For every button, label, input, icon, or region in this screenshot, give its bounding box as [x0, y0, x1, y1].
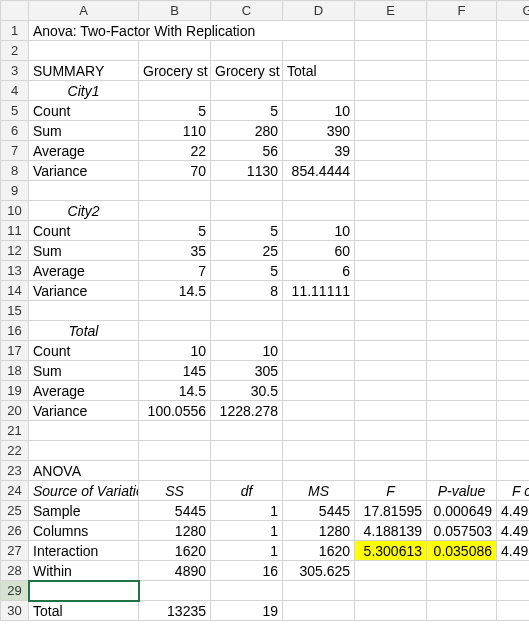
row-header-27[interactable]: 27	[1, 541, 29, 561]
cell-anova-interaction[interactable]: Interaction	[29, 541, 139, 561]
cell-city2-sum[interactable]: Sum	[29, 241, 139, 261]
col-header-g[interactable]: G	[497, 1, 530, 21]
cell-anova-hdr-ss[interactable]: SS	[139, 481, 211, 501]
cell-city1-avg[interactable]: Average	[29, 141, 139, 161]
row-header-10[interactable]: 10	[1, 201, 29, 221]
cell-anova-total[interactable]: Total	[29, 601, 139, 621]
cell-anova-columns[interactable]: Columns	[29, 521, 139, 541]
cell-city1-var[interactable]: Variance	[29, 161, 139, 181]
cell-g1[interactable]	[497, 21, 530, 41]
row-header-24[interactable]: 24	[1, 481, 29, 501]
cell-summary-label[interactable]: SUMMARY	[29, 61, 139, 81]
cell-total-count[interactable]: Count	[29, 341, 139, 361]
cell-anova-hdr-f[interactable]: F	[355, 481, 427, 501]
cell-total-var[interactable]: Variance	[29, 401, 139, 421]
cell-f1[interactable]	[427, 21, 497, 41]
cell-summary-h2[interactable]: Grocery st	[211, 61, 283, 81]
cell-city2-name[interactable]: City2	[29, 201, 139, 221]
col-header-b[interactable]: B	[139, 1, 211, 21]
cell-summary-h1[interactable]: Grocery st	[139, 61, 211, 81]
row-header-2[interactable]: 2	[1, 41, 29, 61]
row-header-26[interactable]: 26	[1, 521, 29, 541]
row-header-28[interactable]: 28	[1, 561, 29, 581]
row-header-15[interactable]: 15	[1, 301, 29, 321]
cell-anova-hdr-fcrit[interactable]: F crit	[497, 481, 530, 501]
row-header-9[interactable]: 9	[1, 181, 29, 201]
row-header-11[interactable]: 11	[1, 221, 29, 241]
col-header-a[interactable]: A	[29, 1, 139, 21]
row-header-13[interactable]: 13	[1, 261, 29, 281]
cell-city2-count[interactable]: Count	[29, 221, 139, 241]
row-header-12[interactable]: 12	[1, 241, 29, 261]
row-header-1[interactable]: 1	[1, 21, 29, 41]
select-all-corner[interactable]	[1, 1, 29, 21]
row-header-14[interactable]: 14	[1, 281, 29, 301]
col-header-c[interactable]: C	[211, 1, 283, 21]
column-header-row: A B C D E F G	[1, 1, 530, 21]
row-header-6[interactable]: 6	[1, 121, 29, 141]
row-header-18[interactable]: 18	[1, 361, 29, 381]
cell-a29-selected[interactable]	[29, 581, 139, 601]
row-header-7[interactable]: 7	[1, 141, 29, 161]
cell-anova-title[interactable]: ANOVA	[29, 461, 139, 481]
row-header-4[interactable]: 4	[1, 81, 29, 101]
col-header-e[interactable]: E	[355, 1, 427, 21]
cell-total-avg[interactable]: Average	[29, 381, 139, 401]
col-header-d[interactable]: D	[283, 1, 355, 21]
cell-anova-interaction-pvalue[interactable]: 0.035086	[427, 541, 497, 561]
row-header-20[interactable]: 20	[1, 401, 29, 421]
cell-anova-within[interactable]: Within	[29, 561, 139, 581]
row-header-22[interactable]: 22	[1, 441, 29, 461]
row-header-17[interactable]: 17	[1, 341, 29, 361]
row-header-3[interactable]: 3	[1, 61, 29, 81]
row-header-19[interactable]: 19	[1, 381, 29, 401]
cell-total-name[interactable]: Total	[29, 321, 139, 341]
cell-city2-var[interactable]: Variance	[29, 281, 139, 301]
cell-anova-hdr-df[interactable]: df	[211, 481, 283, 501]
row-header-23[interactable]: 23	[1, 461, 29, 481]
spreadsheet-grid[interactable]: A B C D E F G 1 Anova: Two-Factor With R…	[0, 0, 529, 621]
row-header-21[interactable]: 21	[1, 421, 29, 441]
cell-anova-hdr-ms[interactable]: MS	[283, 481, 355, 501]
cell-city1-sum[interactable]: Sum	[29, 121, 139, 141]
cell-anova-hdr-source[interactable]: Source of Variation	[29, 481, 139, 501]
row-header-29[interactable]: 29	[1, 581, 29, 601]
cell-city1-count[interactable]: Count	[29, 101, 139, 121]
cell-city1-name[interactable]: City1	[29, 81, 139, 101]
row-header-5[interactable]: 5	[1, 101, 29, 121]
cell-total-sum[interactable]: Sum	[29, 361, 139, 381]
row-header-25[interactable]: 25	[1, 501, 29, 521]
row-header-16[interactable]: 16	[1, 321, 29, 341]
row-header-8[interactable]: 8	[1, 161, 29, 181]
row-header-30[interactable]: 30	[1, 601, 29, 621]
cell-anova-sample[interactable]: Sample	[29, 501, 139, 521]
cell-anova-hdr-pvalue[interactable]: P-value	[427, 481, 497, 501]
cell-summary-h3[interactable]: Total	[283, 61, 355, 81]
cell-city2-avg[interactable]: Average	[29, 261, 139, 281]
cell-anova-interaction-f[interactable]: 5.300613	[355, 541, 427, 561]
col-header-f[interactable]: F	[427, 1, 497, 21]
cell-e1[interactable]	[355, 21, 427, 41]
cell-a1-title[interactable]: Anova: Two-Factor With Replication	[29, 21, 355, 41]
